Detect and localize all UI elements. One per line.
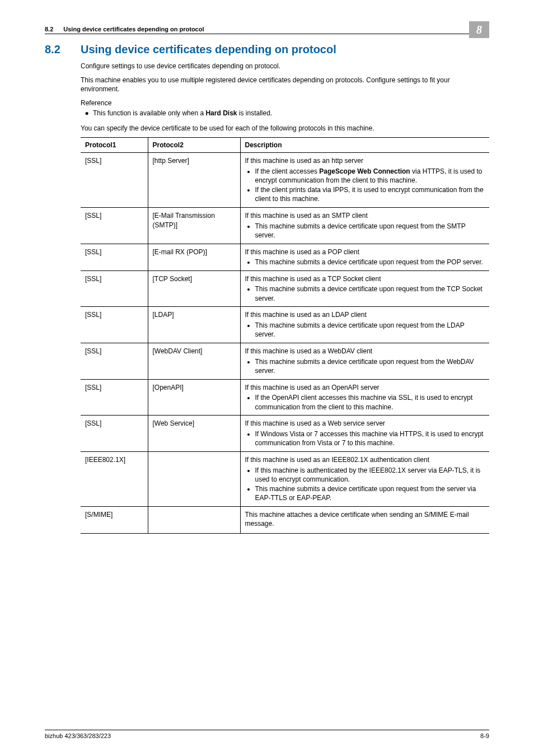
description-intro: If this machine is used as an LDAP clien… xyxy=(245,310,485,320)
description-bullet: This machine submits a device certificat… xyxy=(255,357,485,376)
cell-description: This machine attaches a device certifica… xyxy=(240,506,489,533)
table-header-row: Protocol1 Protocol2 Description xyxy=(81,138,489,153)
description-bullet-list: This machine submits a device certificat… xyxy=(245,284,485,303)
cell-protocol2: [TCP Socket] xyxy=(148,270,240,307)
description-intro: If this machine is used as an IEEE802.1X… xyxy=(245,455,485,465)
cell-description: If this machine is used as an http serve… xyxy=(240,153,489,208)
section-number: 8.2 xyxy=(45,43,81,56)
cell-protocol1: [SSL] xyxy=(81,153,148,208)
table-row: [S/MIME]This machine attaches a device c… xyxy=(81,506,489,533)
protocol-table: Protocol1 Protocol2 Description [SSL][ht… xyxy=(81,137,489,534)
description-bullet: This machine submits a device certificat… xyxy=(255,222,485,240)
cell-protocol1: [SSL] xyxy=(81,307,148,343)
description-intro: If this machine is used as an SMTP clien… xyxy=(245,211,485,221)
table-row: [SSL][TCP Socket]If this machine is used… xyxy=(81,270,489,307)
bullet-pre: This machine submits a device certificat… xyxy=(255,321,465,339)
header-title: Using device certificates depending on p… xyxy=(63,26,204,32)
intro-paragraph-1: Configure settings to use device certifi… xyxy=(81,62,489,71)
cell-protocol1: [SSL] xyxy=(81,208,148,244)
cell-protocol2: [WebDAV Client] xyxy=(148,343,240,380)
table-row: [SSL][Web Service]If this machine is use… xyxy=(81,416,489,452)
description-bullet: This machine submits a device certificat… xyxy=(255,258,485,267)
description-bullet-list: If Windows Vista or 7 accesses this mach… xyxy=(245,430,485,448)
intro-paragraph-2: This machine enables you to use multiple… xyxy=(81,76,489,94)
cell-description: If this machine is used as an SMTP clien… xyxy=(240,208,489,244)
cell-description: If this machine is used as a TCP Socket … xyxy=(240,270,489,307)
description-bullet: If the client prints data via IPPS, it i… xyxy=(255,185,485,204)
page-footer: bizhub 423/363/283/223 8-9 xyxy=(45,730,489,739)
running-header: 8.2 Using device certificates depending … xyxy=(45,26,489,34)
table-row: [SSL][WebDAV Client]If this machine is u… xyxy=(81,343,489,380)
description-bullet-list: This machine submits a device certificat… xyxy=(245,222,485,240)
description-bullet: If the client accesses PageScope Web Con… xyxy=(255,167,485,185)
cell-protocol1: [IEEE802.1X] xyxy=(81,451,148,506)
cell-protocol2: [OpenAPI] xyxy=(148,379,240,416)
bullet-pre: This machine submits a device certificat… xyxy=(255,358,474,375)
description-bullet-list: This machine submits a device certificat… xyxy=(245,357,485,376)
table-row: [SSL][OpenAPI]If this machine is used as… xyxy=(81,379,489,416)
table-row: [SSL][LDAP]If this machine is used as an… xyxy=(81,307,489,343)
lead-in-paragraph: You can specify the device certificate t… xyxy=(81,124,489,133)
bullet-pre: This machine submits a device certificat… xyxy=(255,222,466,240)
cell-description: If this machine is used as a Web service… xyxy=(240,416,489,452)
bullet-pre: This machine submits a device certificat… xyxy=(255,285,483,302)
bullet-pre: This machine submits a device certificat… xyxy=(255,258,483,266)
cell-protocol2: [E-mail RX (POP)] xyxy=(148,244,240,270)
bullet-dot-icon: ● xyxy=(81,109,93,118)
bullet-bold: PageScope Web Connection xyxy=(319,167,410,175)
cell-description: If this machine is used as an LDAP clien… xyxy=(240,307,489,343)
cell-protocol1: [SSL] xyxy=(81,270,148,307)
table-row: [SSL][http Server]If this machine is use… xyxy=(81,153,489,208)
description-bullet-list: This machine submits a device certificat… xyxy=(245,321,485,339)
description-intro: If this machine is used as an http serve… xyxy=(245,156,485,166)
reference-bullet-pre: This function is available only when a xyxy=(93,109,205,117)
description-intro: This machine attaches a device certifica… xyxy=(245,510,485,529)
cell-protocol2 xyxy=(148,506,240,533)
cell-protocol1: [SSL] xyxy=(81,379,148,416)
description-intro: If this machine is used as a WebDAV clie… xyxy=(245,347,485,356)
bullet-pre: If this machine is authenticated by the … xyxy=(255,466,481,484)
cell-protocol1: [S/MIME] xyxy=(81,506,148,533)
cell-description: If this machine is used as a WebDAV clie… xyxy=(240,343,489,380)
description-bullet-list: If the OpenAPI client accesses this mach… xyxy=(245,393,485,412)
cell-description: If this machine is used as a POP clientT… xyxy=(240,244,489,270)
bullet-pre: This machine submits a device certificat… xyxy=(255,485,476,502)
footer-product: bizhub 423/363/283/223 xyxy=(45,732,111,739)
description-bullet: This machine submits a device certificat… xyxy=(255,321,485,339)
reference-bullet: ● This function is available only when a… xyxy=(81,109,489,118)
bullet-pre: If the OpenAPI client accesses this mach… xyxy=(255,394,473,411)
reference-bullet-post: is installed. xyxy=(237,109,272,117)
chapter-number-badge: 8 xyxy=(469,21,489,38)
col-header-protocol2: Protocol2 xyxy=(148,138,240,153)
description-bullet: If the OpenAPI client accesses this mach… xyxy=(255,393,485,412)
cell-protocol2: [Web Service] xyxy=(148,416,240,452)
description-intro: If this machine is used as a Web service… xyxy=(245,419,485,428)
description-intro: If this machine is used as a TCP Socket … xyxy=(245,274,485,284)
section-heading: 8.2 Using device certificates depending … xyxy=(45,43,489,56)
cell-protocol1: [SSL] xyxy=(81,416,148,452)
cell-protocol2 xyxy=(148,451,240,506)
description-bullet: This machine submits a device certificat… xyxy=(255,484,485,503)
bullet-pre: If the client accesses xyxy=(255,167,320,175)
col-header-description: Description xyxy=(240,138,489,153)
cell-description: If this machine is used as an IEEE802.1X… xyxy=(240,451,489,506)
description-bullet-list: This machine submits a device certificat… xyxy=(245,258,485,267)
bullet-pre: If Windows Vista or 7 accesses this mach… xyxy=(255,430,484,447)
bullet-pre: If the client prints data via IPPS, it i… xyxy=(255,186,484,203)
description-bullet: If this machine is authenticated by the … xyxy=(255,466,485,484)
footer-page-number: 8-9 xyxy=(480,732,489,739)
cell-protocol2: [LDAP] xyxy=(148,307,240,343)
cell-protocol2: [E-Mail Transmission (SMTP)] xyxy=(148,208,240,244)
cell-description: If this machine is used as an OpenAPI se… xyxy=(240,379,489,416)
cell-protocol2: [http Server] xyxy=(148,153,240,208)
reference-label: Reference xyxy=(81,99,489,108)
cell-protocol1: [SSL] xyxy=(81,244,148,270)
cell-protocol1: [SSL] xyxy=(81,343,148,380)
description-bullet-list: If this machine is authenticated by the … xyxy=(245,466,485,503)
description-bullet-list: If the client accesses PageScope Web Con… xyxy=(245,167,485,204)
reference-bullet-text: This function is available only when a H… xyxy=(93,109,489,118)
section-title-text: Using device certificates depending on p… xyxy=(81,43,336,56)
description-intro: If this machine is used as an OpenAPI se… xyxy=(245,383,485,393)
header-section-number: 8.2 xyxy=(45,26,53,32)
col-header-protocol1: Protocol1 xyxy=(81,138,148,153)
